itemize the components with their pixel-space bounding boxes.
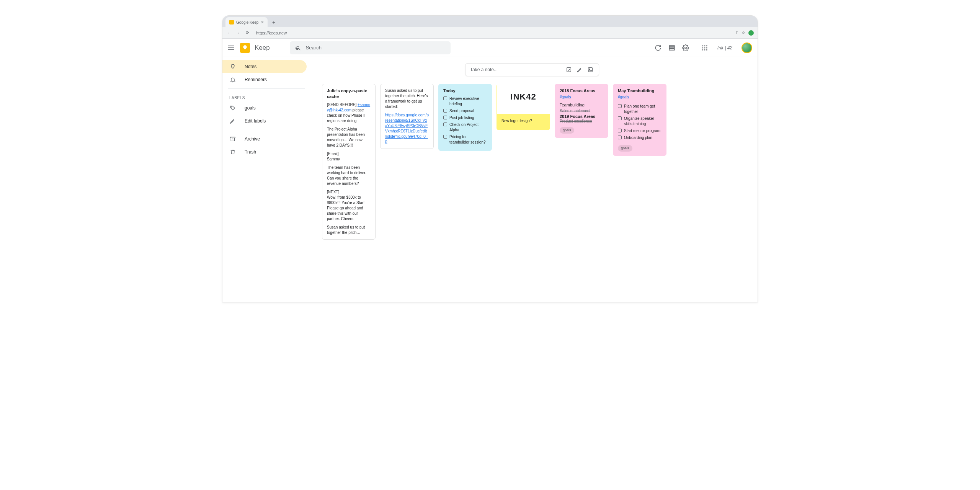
content-area: Take a note... Julie's copy-n-paste cach… bbox=[310, 57, 758, 302]
checklist-item[interactable]: Check on Project Alpha bbox=[443, 122, 487, 133]
checklist-item[interactable]: Organize speaker skills training bbox=[618, 116, 662, 127]
svg-rect-2 bbox=[669, 49, 675, 50]
svg-rect-1 bbox=[669, 47, 675, 48]
brush-icon[interactable] bbox=[576, 67, 583, 73]
sidebar-edit-labels[interactable]: Edit labels bbox=[222, 114, 307, 127]
sidebar-item-label: Trash bbox=[245, 149, 256, 155]
browser-tab[interactable]: Google Keep × bbox=[225, 17, 268, 27]
note-card[interactable]: Susan asked us to put together the pitch… bbox=[380, 84, 434, 149]
new-tab-button[interactable]: + bbox=[270, 18, 278, 26]
forward-icon[interactable]: → bbox=[235, 31, 241, 35]
sidebar-item-trash[interactable]: Trash bbox=[222, 145, 307, 158]
image-icon[interactable] bbox=[586, 67, 594, 73]
share-icon[interactable]: ⇧ bbox=[735, 30, 738, 35]
label-chip[interactable]: goals bbox=[618, 145, 632, 152]
url-text[interactable]: https://keep.new bbox=[256, 31, 287, 35]
label-chip[interactable]: goals bbox=[560, 127, 574, 134]
checklist-item[interactable]: Plan one team get together bbox=[618, 104, 662, 114]
keep-favicon bbox=[229, 20, 234, 24]
note-paragraph: Susan asked us to put together the pitch… bbox=[327, 225, 371, 235]
note-line-struck: Sales enablement bbox=[560, 108, 603, 114]
checkbox-icon[interactable] bbox=[443, 116, 447, 119]
sidebar-item-label: Reminders bbox=[245, 77, 267, 82]
svg-point-3 bbox=[685, 47, 687, 49]
apps-grid-icon[interactable] bbox=[701, 44, 708, 51]
brand-badge: Ink | 42 bbox=[715, 44, 735, 52]
checkbox-icon[interactable] bbox=[618, 104, 622, 108]
list-view-icon[interactable] bbox=[668, 44, 675, 51]
note-card[interactable]: Julie's copy-n-paste cache [SEND BEFORE]… bbox=[322, 84, 376, 240]
device-frame: Google Keep × + ← → ⟳ https://keep.new ⇧… bbox=[222, 15, 758, 302]
checkbox-icon[interactable] bbox=[618, 116, 622, 120]
checkbox-icon[interactable] bbox=[443, 96, 447, 100]
svg-point-6 bbox=[706, 45, 707, 46]
checkbox-icon[interactable] bbox=[565, 67, 573, 73]
settings-icon[interactable] bbox=[682, 44, 689, 51]
note-paragraph: [Email] bbox=[327, 151, 371, 157]
note-title: 2018 Focus Areas bbox=[560, 88, 603, 94]
take-note-input[interactable]: Take a note... bbox=[465, 63, 599, 76]
hashtag-link[interactable]: #goals bbox=[618, 95, 662, 100]
refresh-icon[interactable] bbox=[655, 44, 662, 51]
checklist-item[interactable]: Post job listing bbox=[443, 115, 487, 121]
svg-rect-15 bbox=[567, 68, 571, 72]
sidebar: Notes Reminders LABELS goals Edit labels… bbox=[222, 57, 310, 302]
archive-icon bbox=[229, 136, 236, 142]
reload-icon[interactable]: ⟳ bbox=[245, 30, 250, 35]
search-input[interactable]: Search bbox=[290, 41, 451, 54]
take-note-placeholder: Take a note... bbox=[470, 67, 562, 72]
checklist-item[interactable]: Review executive briefing bbox=[443, 96, 487, 107]
bell-icon bbox=[229, 77, 236, 83]
sidebar-labels-heading: LABELS bbox=[222, 91, 310, 101]
note-paragraph: The team has been working hard to delive… bbox=[327, 165, 371, 186]
checkbox-icon[interactable] bbox=[618, 136, 622, 139]
svg-rect-0 bbox=[669, 46, 675, 47]
checkbox-icon[interactable] bbox=[618, 129, 622, 132]
note-card-teambuilding[interactable]: May Teambuilding #goals Plan one team ge… bbox=[613, 84, 666, 156]
menu-icon[interactable] bbox=[228, 44, 235, 52]
sidebar-item-label: goals bbox=[245, 105, 256, 111]
tab-strip: Google Keep × + bbox=[222, 16, 758, 27]
back-icon[interactable]: ← bbox=[226, 31, 232, 35]
note-card-focus[interactable]: 2018 Focus Areas #goals Teambuilding Sal… bbox=[555, 84, 608, 138]
checklist-item[interactable]: Start mentor program bbox=[618, 128, 662, 134]
note-title: Today bbox=[443, 88, 487, 94]
account-avatar[interactable] bbox=[742, 42, 752, 53]
sidebar-item-archive[interactable]: Archive bbox=[222, 132, 307, 145]
logo-image-area: INK42 bbox=[497, 84, 550, 114]
hashtag-link[interactable]: #goals bbox=[560, 95, 603, 100]
svg-point-11 bbox=[704, 49, 705, 50]
svg-rect-16 bbox=[588, 68, 593, 72]
note-paragraph: [SEND BEFORE] +sammy@ink-42.com please c… bbox=[327, 102, 371, 124]
sidebar-item-label: Notes bbox=[245, 64, 256, 69]
note-paragraph: Sammy bbox=[327, 157, 371, 162]
note-paragraph: Wow! from $300k to $800k!!! You're a Sta… bbox=[327, 195, 371, 222]
note-card-today[interactable]: Today Review executive briefing Send pro… bbox=[438, 84, 492, 151]
star-icon[interactable]: ☆ bbox=[742, 30, 745, 35]
checklist-item[interactable]: Send proposal bbox=[443, 108, 487, 114]
sidebar-label-goals[interactable]: goals bbox=[222, 101, 307, 114]
notes-grid: Julie's copy-n-paste cache [SEND BEFORE]… bbox=[322, 84, 742, 240]
checkbox-icon[interactable] bbox=[443, 135, 447, 139]
checkbox-icon[interactable] bbox=[443, 122, 447, 126]
pencil-icon bbox=[229, 118, 236, 124]
svg-point-5 bbox=[704, 45, 705, 46]
note-title: Julie's copy-n-paste cache bbox=[327, 88, 371, 100]
checklist-item[interactable]: Pricing for teambuilder session? bbox=[443, 134, 487, 145]
profile-dot-icon[interactable] bbox=[748, 30, 754, 36]
sidebar-item-reminders[interactable]: Reminders bbox=[222, 73, 307, 86]
header-actions: Ink | 42 bbox=[655, 42, 752, 53]
doc-link[interactable]: https://docs.google.com/presentation/d/1… bbox=[385, 113, 429, 144]
sidebar-item-notes[interactable]: Notes bbox=[222, 60, 307, 73]
tag-icon bbox=[229, 105, 236, 111]
checkbox-icon[interactable] bbox=[443, 109, 447, 113]
note-paragraph: The Project Alpha presentation has been … bbox=[327, 127, 371, 148]
bulb-icon bbox=[229, 64, 236, 70]
close-tab-icon[interactable]: × bbox=[261, 20, 264, 25]
checklist-item[interactable]: Onboarding plan bbox=[618, 135, 662, 140]
note-card-logo[interactable]: INK42 New logo design? bbox=[497, 84, 550, 130]
svg-rect-14 bbox=[230, 137, 235, 138]
svg-point-10 bbox=[702, 49, 703, 50]
addr-right-icons: ⇧ ☆ bbox=[735, 30, 754, 36]
svg-point-12 bbox=[706, 49, 707, 50]
